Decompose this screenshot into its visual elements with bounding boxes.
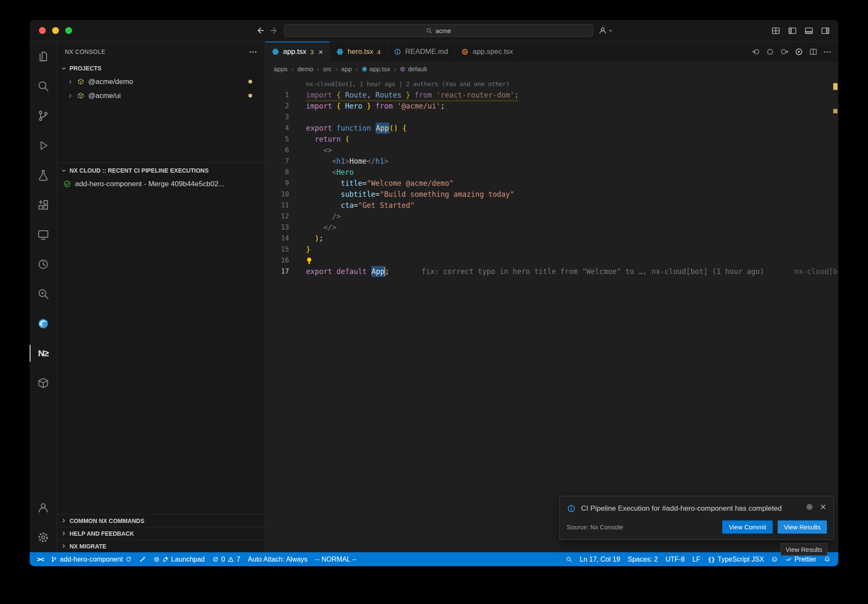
activity-item-search[interactable] xyxy=(30,71,57,101)
code-line[interactable]: 5 return ( xyxy=(265,134,838,145)
code-line[interactable]: 10 subtitle="Build something amazing tod… xyxy=(265,189,838,200)
graph-icon xyxy=(139,556,146,562)
code-line[interactable]: 3 xyxy=(265,112,838,123)
activity-item-run-debug[interactable] xyxy=(30,131,57,160)
statusbar-item-problems[interactable]: 07 xyxy=(209,552,244,566)
sidebar-section-common-nx-commands[interactable]: COMMON NX COMMANDS xyxy=(57,514,265,527)
toggle-panel-icon[interactable] xyxy=(804,26,813,35)
code-line[interactable]: 4export function App() { xyxy=(265,123,838,134)
breadcrumb-item-src[interactable]: src xyxy=(323,65,331,73)
close-window-button[interactable] xyxy=(39,27,46,34)
line-number: 4 xyxy=(265,123,289,134)
run-file-icon[interactable] xyxy=(795,48,803,56)
sidebar-section-nx-migrate[interactable]: NX MIGRATE xyxy=(57,540,265,552)
activity-item-code-search[interactable] xyxy=(30,279,57,309)
toggle-secondary-sidebar-icon[interactable] xyxy=(821,26,830,35)
encoding-label: UTF-8 xyxy=(665,556,684,563)
activity-item-containers[interactable] xyxy=(30,368,57,398)
previous-change-icon[interactable] xyxy=(766,48,774,56)
toggle-sidebar-icon[interactable] xyxy=(788,26,797,35)
edge-devtools-icon xyxy=(37,317,50,330)
projects-header-label: PROJECTS xyxy=(70,65,101,72)
statusbar-item-vim-mode[interactable]: -- NORMAL -- xyxy=(311,552,360,566)
tab-close-icon[interactable]: × xyxy=(318,48,323,56)
tab-app.spec.tsx[interactable]: app.spec.tsx xyxy=(455,42,520,62)
breadcrumb-item-app.tsx[interactable]: app.tsx xyxy=(362,65,390,73)
next-change-icon[interactable] xyxy=(780,48,789,56)
breadcrumb-item-apps[interactable]: apps xyxy=(274,65,288,73)
nx-cloud-section-header[interactable]: NX CLOUD :: RECENT CI PIPELINE EXECUTION… xyxy=(57,164,265,177)
more-actions-icon[interactable]: ··· xyxy=(823,48,832,56)
breadcrumb-item-app[interactable]: app xyxy=(341,65,352,73)
code-line[interactable]: 8 <Hero xyxy=(265,167,838,178)
statusbar-item-feedback[interactable] xyxy=(768,552,782,566)
breadcrumb-item-default[interactable]: default xyxy=(400,65,427,73)
statusbar-item-auto-attach[interactable]: Auto Attach: Always xyxy=(244,552,312,566)
activity-item-source-control[interactable] xyxy=(30,101,57,131)
activity-item-remote-explorer[interactable] xyxy=(30,220,57,249)
code-line[interactable]: 6 <> xyxy=(265,145,838,156)
breadcrumb-item-demo[interactable]: demo xyxy=(298,65,314,73)
statusbar-item-language-mode[interactable]: {}TypeScript JSX xyxy=(704,552,768,566)
activity-item-extensions[interactable] xyxy=(30,190,57,220)
activity-item-settings[interactable] xyxy=(30,523,57,552)
view-results-button[interactable]: View Results xyxy=(778,520,827,534)
pipeline-execution-item[interactable]: add-hero-component - Merge 409b44e5cb02.… xyxy=(57,177,265,191)
accounts-menu[interactable] xyxy=(598,26,613,35)
code-line[interactable]: 7 <h1>Home</h1> xyxy=(265,156,838,167)
code-editor[interactable]: nx-cloud[bot], 1 hour ago | 2 authors (Y… xyxy=(265,76,838,552)
customize-layout-icon[interactable] xyxy=(771,26,780,35)
activity-item-nx-console[interactable]: N≥ xyxy=(30,338,57,368)
activity-item-history[interactable] xyxy=(30,249,57,279)
statusbar-item-zoom[interactable] xyxy=(562,552,576,566)
code-line[interactable]: 12 /> xyxy=(265,211,838,222)
close-icon[interactable] xyxy=(819,503,827,511)
code-line[interactable]: 9 title="Welcome @acme/demo" xyxy=(265,178,838,189)
projects-section-header[interactable]: PROJECTS xyxy=(57,62,265,75)
code-line[interactable]: 17export default App;fix: correct typo i… xyxy=(265,266,838,277)
activity-item-edge-devtools[interactable] xyxy=(30,309,57,338)
statusbar-item-git-branch[interactable]: add-hero-component xyxy=(47,552,136,566)
split-editor-icon[interactable] xyxy=(809,48,818,56)
notification-settings-gear-icon[interactable] xyxy=(806,503,813,511)
command-center[interactable]: acme xyxy=(284,24,593,37)
code-line[interactable]: 15} xyxy=(265,244,838,255)
project-item-@acme/demo[interactable]: @acme/demo xyxy=(57,75,265,89)
code-line[interactable]: 16 xyxy=(265,255,838,266)
statusbar-item-indentation[interactable]: Spaces: 2 xyxy=(624,552,662,566)
statusbar-item-gitlens-launchpad[interactable]: Launchpad xyxy=(150,552,209,566)
statusbar-item-eol[interactable]: LF xyxy=(689,552,704,566)
history-back-icon[interactable] xyxy=(255,26,264,35)
activity-item-testing[interactable] xyxy=(30,160,57,190)
code-line[interactable]: 2import { Hero } from '@acme/ui'; xyxy=(265,101,838,112)
maximize-window-button[interactable] xyxy=(65,27,72,34)
code-line[interactable]: 11 cta="Get Started" xyxy=(265,200,838,211)
tab-app.tsx[interactable]: app.tsx3× xyxy=(265,42,330,62)
lightbulb-icon[interactable] xyxy=(305,257,313,265)
sidebar-section-help-and-feedback[interactable]: HELP AND FEEDBACK xyxy=(57,527,265,540)
line-number: 17 xyxy=(265,266,289,277)
container-cube-icon xyxy=(37,377,50,389)
minimize-window-button[interactable] xyxy=(52,27,59,34)
line-number: 13 xyxy=(265,222,289,233)
activity-item-accounts[interactable] xyxy=(30,493,57,523)
statusbar-item-commit-graph[interactable] xyxy=(136,552,150,566)
code-line[interactable]: 14 ); xyxy=(265,233,838,244)
tab-README.md[interactable]: README.md xyxy=(387,42,455,62)
statusbar-item-encoding[interactable]: UTF-8 xyxy=(662,552,688,566)
statusbar-item-cursor-position[interactable]: Ln 17, Col 19 xyxy=(576,552,624,566)
code-line[interactable]: 1import { Route, Routes } from 'react-ro… xyxy=(265,89,838,101)
rocket-icon xyxy=(162,556,169,562)
open-changes-icon[interactable] xyxy=(751,48,760,56)
project-item-@acme/ui[interactable]: @acme/ui xyxy=(57,89,265,103)
vim-mode-label: -- NORMAL -- xyxy=(315,556,356,563)
statusbar-item-remote[interactable]: >< xyxy=(33,552,47,566)
chevron-right-icon xyxy=(61,530,67,537)
view-commit-button[interactable]: View Commit xyxy=(722,520,772,534)
code-line[interactable]: 13 </> xyxy=(265,222,838,233)
projects-list: @acme/demo@acme/ui xyxy=(57,75,265,103)
history-forward-icon[interactable] xyxy=(270,26,279,35)
activity-item-explorer[interactable] xyxy=(30,42,57,71)
more-actions-icon[interactable] xyxy=(249,48,257,56)
tab-hero.tsx[interactable]: hero.tsx4 xyxy=(330,42,387,62)
